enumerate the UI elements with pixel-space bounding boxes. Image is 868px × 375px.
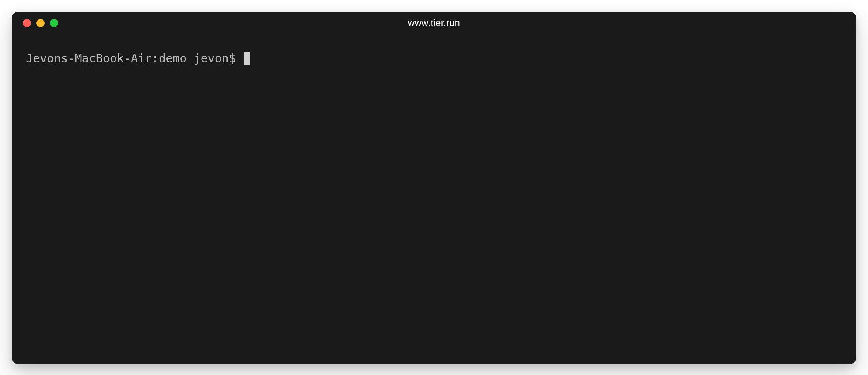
maximize-icon[interactable] — [50, 19, 58, 27]
titlebar: www.tier.run — [12, 12, 856, 34]
minimize-icon[interactable] — [36, 19, 45, 27]
close-icon[interactable] — [23, 19, 31, 27]
cursor-icon — [244, 52, 250, 65]
terminal-window: www.tier.run Jevons-MacBook-Air:demo jev… — [12, 12, 856, 364]
terminal-body[interactable]: Jevons-MacBook-Air:demo jevon$ — [12, 34, 856, 364]
traffic-lights — [23, 19, 58, 27]
prompt-line: Jevons-MacBook-Air:demo jevon$ — [26, 50, 842, 67]
window-title: www.tier.run — [408, 17, 460, 28]
prompt-text: Jevons-MacBook-Air:demo jevon$ — [26, 50, 243, 67]
